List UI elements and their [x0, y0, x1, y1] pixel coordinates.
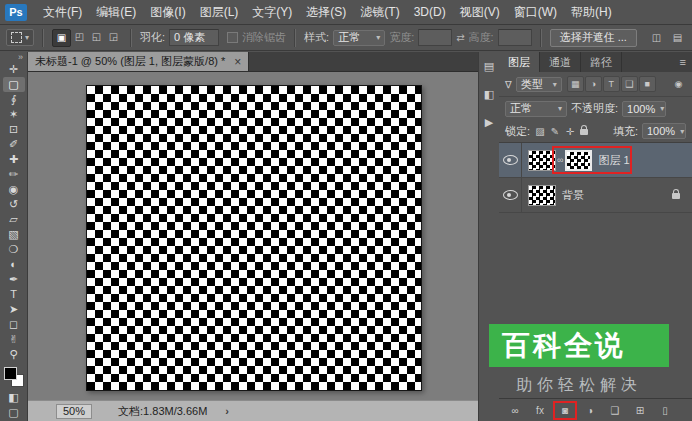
lock-position-icon[interactable]: ✛	[564, 126, 576, 137]
history-brush-tool[interactable]: ↺	[3, 197, 25, 212]
fill-select[interactable]: 100%	[642, 123, 686, 139]
width-input[interactable]	[418, 29, 452, 46]
style-label: 样式:	[304, 30, 329, 45]
pen-tool[interactable]: ✒	[3, 272, 25, 287]
actions-panel-icon[interactable]: ▶	[485, 116, 493, 128]
canvas-pasteboard[interactable]	[28, 72, 478, 400]
photoshop-logo-icon[interactable]: Ps	[5, 4, 27, 21]
move-tool[interactable]: ✛	[3, 62, 25, 77]
filter-smart-objects-icon[interactable]: ■	[639, 76, 656, 92]
menu-select[interactable]: 选择(S)	[299, 0, 353, 24]
opacity-label: 不透明度:	[571, 101, 618, 116]
menu-help[interactable]: 帮助(H)	[564, 0, 619, 24]
menu-file[interactable]: 文件(F)	[36, 0, 89, 24]
menu-3d[interactable]: 3D(D)	[407, 0, 453, 24]
collapse-tools-icon[interactable]: »	[18, 52, 23, 62]
gradient-tool[interactable]: ▧	[3, 227, 25, 242]
layer-mask-thumbnail[interactable]	[565, 150, 592, 171]
filter-toggle-icon[interactable]: ◉	[671, 77, 686, 91]
tool-options-bar: ▾ ▣◰◱◲ 羽化: 0 像素 消除锯齿 样式: 正常 宽度: ⇄ 高度: 选择…	[0, 25, 692, 51]
fill-group: 填充: 100%	[613, 123, 686, 139]
blend-mode-select[interactable]: 正常	[505, 101, 567, 117]
blur-tool[interactable]: ❍	[3, 242, 25, 257]
opacity-select[interactable]: 100%	[622, 101, 666, 117]
brush-tool[interactable]: ✏	[3, 167, 25, 182]
layer-row-layer1[interactable]: ∞ 图层 1	[499, 143, 692, 178]
adjustment-layer-button[interactable]: ◑	[582, 405, 598, 416]
lock-transparency-icon[interactable]: ▨	[534, 126, 546, 137]
panel-toggle-icon[interactable]: ▤	[669, 30, 686, 46]
filter-pixel-layers-icon[interactable]: ▦	[567, 76, 584, 92]
visibility-toggle[interactable]	[499, 143, 522, 177]
crop-tool[interactable]: ⊡	[3, 122, 25, 137]
zoom-tool[interactable]: ⚲	[3, 347, 25, 362]
filter-type-select[interactable]: 类型	[516, 77, 562, 92]
menu-image[interactable]: 图像(I)	[143, 0, 192, 24]
healing-brush-tool[interactable]: ✚	[3, 152, 25, 167]
menu-edit[interactable]: 编辑(E)	[89, 0, 143, 24]
tab-channels[interactable]: 通道	[540, 52, 581, 72]
dodge-tool[interactable]: ◐	[3, 257, 25, 272]
menu-view[interactable]: 视图(V)	[453, 0, 507, 24]
type-tool[interactable]: T	[3, 287, 25, 302]
layer-thumbnail[interactable]	[528, 185, 556, 206]
panel-menu-icon[interactable]: ≡	[674, 52, 692, 72]
hand-tool[interactable]: ✌	[3, 332, 25, 347]
link-layers-button[interactable]: ∞	[507, 405, 523, 416]
intersect-selection-button[interactable]: ◲	[105, 29, 122, 45]
style-select[interactable]: 正常	[333, 30, 385, 46]
filter-shape-layers-icon[interactable]: ❑	[621, 76, 638, 92]
quick-mask-icon[interactable]: ◧	[3, 390, 25, 405]
quick-selection-tool[interactable]: ✶	[3, 107, 25, 122]
menu-window[interactable]: 窗口(W)	[507, 0, 564, 24]
status-arrow-icon[interactable]: ›	[225, 405, 229, 417]
eraser-tool[interactable]: ▱	[3, 212, 25, 227]
lock-paint-icon[interactable]: ✎	[549, 126, 561, 137]
foreground-color-swatch[interactable]	[4, 367, 17, 380]
layer-thumbnail[interactable]	[528, 150, 556, 171]
menu-items: 文件(F)编辑(E)图像(I)图层(L)文字(Y)选择(S)滤镜(T)3D(D)…	[36, 0, 619, 24]
filter-type-layers-icon[interactable]: T	[603, 76, 620, 92]
width-label: 宽度:	[389, 30, 414, 45]
filter-adjustment-layers-icon[interactable]: ◑	[585, 76, 602, 92]
screen-mode-icon[interactable]: ▢	[3, 405, 25, 420]
path-selection-tool[interactable]: ➤	[3, 302, 25, 317]
layer-name[interactable]: 背景	[562, 188, 584, 203]
zoom-level-input[interactable]: 50%	[56, 404, 92, 419]
shape-tool[interactable]: ◻	[3, 317, 25, 332]
menu-type[interactable]: 文字(Y)	[245, 0, 299, 24]
menu-layer[interactable]: 图层(L)	[193, 0, 246, 24]
swap-dimensions-icon[interactable]: ⇄	[456, 32, 464, 43]
subtract-from-selection-button[interactable]: ◱	[88, 29, 105, 45]
document-canvas-checkerboard[interactable]	[86, 85, 422, 391]
delete-layer-button[interactable]: ▯	[657, 405, 673, 416]
lock-row: 锁定: ▨✎✛ 填充: 100%	[499, 120, 692, 143]
mask-link-icon[interactable]: ∞	[557, 155, 563, 165]
new-selection-button[interactable]: ▣	[52, 29, 71, 47]
eyedropper-tool[interactable]: ✐	[3, 137, 25, 152]
layer-name[interactable]: 图层 1	[598, 153, 629, 168]
feather-input[interactable]: 0 像素	[169, 29, 219, 46]
workspace-switcher-icon[interactable]: ◫	[648, 30, 665, 46]
add-layer-mask-button[interactable]: ◙	[557, 405, 573, 416]
clone-stamp-tool[interactable]: ◉	[3, 182, 25, 197]
layer-row-background[interactable]: 背景	[499, 178, 692, 213]
new-layer-button[interactable]: ⊞	[632, 405, 648, 416]
tab-layers[interactable]: 图层	[499, 52, 540, 72]
properties-panel-icon[interactable]: ◧	[484, 88, 494, 100]
lasso-tool[interactable]: ∮	[3, 92, 25, 107]
visibility-toggle[interactable]	[499, 178, 522, 212]
height-input[interactable]	[498, 29, 532, 46]
tab-paths[interactable]: 路径	[581, 52, 622, 72]
document-tab[interactable]: 未标题-1 @ 50% (图层 1, 图层蒙版/8) * ×	[28, 52, 249, 71]
history-panel-icon[interactable]: ▤	[484, 60, 494, 72]
add-to-selection-button[interactable]: ◰	[71, 29, 88, 45]
new-group-button[interactable]: ❑	[607, 405, 623, 416]
close-tab-icon[interactable]: ×	[234, 56, 241, 68]
rectangular-marquee-tool[interactable]: ▢	[3, 77, 25, 92]
layer-style-button[interactable]: fx	[532, 405, 548, 416]
lock-all-icon[interactable]	[580, 125, 588, 137]
menu-filter[interactable]: 滤镜(T)	[353, 0, 406, 24]
select-and-mask-button[interactable]: 选择并遮住 ...	[550, 29, 637, 47]
tool-preset-dropdown[interactable]: ▾	[6, 29, 34, 46]
